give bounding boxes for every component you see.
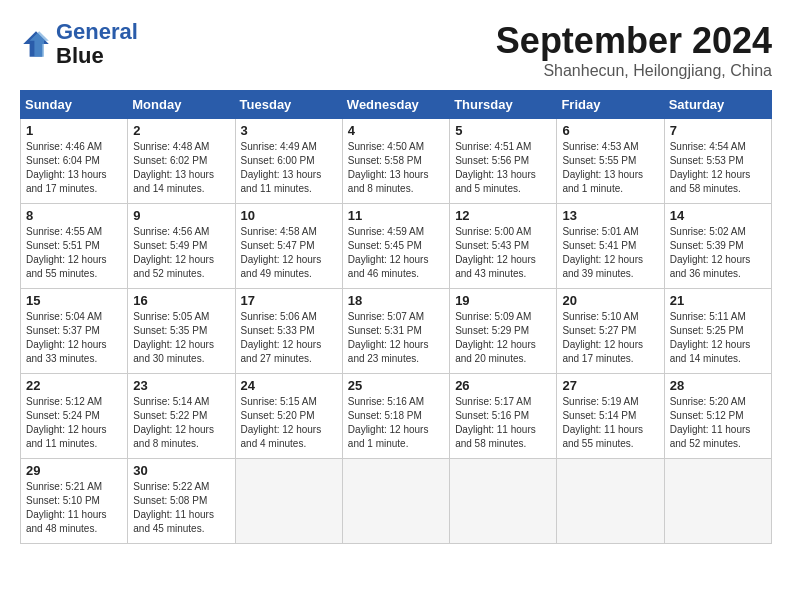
day-number: 25: [348, 378, 444, 393]
day-number: 26: [455, 378, 551, 393]
day-info: Sunrise: 5:16 AM Sunset: 5:18 PM Dayligh…: [348, 395, 444, 451]
day-info: Sunrise: 5:10 AM Sunset: 5:27 PM Dayligh…: [562, 310, 658, 366]
day-info: Sunrise: 5:01 AM Sunset: 5:41 PM Dayligh…: [562, 225, 658, 281]
day-number: 11: [348, 208, 444, 223]
day-number: 8: [26, 208, 122, 223]
day-info: Sunrise: 5:02 AM Sunset: 5:39 PM Dayligh…: [670, 225, 766, 281]
day-cell-2: 2 Sunrise: 4:48 AM Sunset: 6:02 PM Dayli…: [128, 119, 235, 204]
day-cell-9: 9 Sunrise: 4:56 AM Sunset: 5:49 PM Dayli…: [128, 204, 235, 289]
day-number: 23: [133, 378, 229, 393]
day-number: 7: [670, 123, 766, 138]
day-number: 1: [26, 123, 122, 138]
day-info: Sunrise: 4:54 AM Sunset: 5:53 PM Dayligh…: [670, 140, 766, 196]
day-cell-30: 30 Sunrise: 5:22 AM Sunset: 5:08 PM Dayl…: [128, 459, 235, 544]
calendar-table: Sunday Monday Tuesday Wednesday Thursday…: [20, 90, 772, 544]
header-thursday: Thursday: [450, 91, 557, 119]
day-cell-22: 22 Sunrise: 5:12 AM Sunset: 5:24 PM Dayl…: [21, 374, 128, 459]
day-cell-13: 13 Sunrise: 5:01 AM Sunset: 5:41 PM Dayl…: [557, 204, 664, 289]
week-row-3: 15 Sunrise: 5:04 AM Sunset: 5:37 PM Dayl…: [21, 289, 772, 374]
logo-icon: [20, 28, 52, 60]
day-info: Sunrise: 5:20 AM Sunset: 5:12 PM Dayligh…: [670, 395, 766, 451]
day-info: Sunrise: 4:56 AM Sunset: 5:49 PM Dayligh…: [133, 225, 229, 281]
day-info: Sunrise: 5:14 AM Sunset: 5:22 PM Dayligh…: [133, 395, 229, 451]
page-header: General Blue September 2024 Shanhecun, H…: [20, 20, 772, 80]
day-number: 21: [670, 293, 766, 308]
day-info: Sunrise: 4:58 AM Sunset: 5:47 PM Dayligh…: [241, 225, 337, 281]
empty-cell-4-3: [342, 459, 449, 544]
day-number: 18: [348, 293, 444, 308]
day-number: 19: [455, 293, 551, 308]
day-number: 28: [670, 378, 766, 393]
day-cell-1: 1 Sunrise: 4:46 AM Sunset: 6:04 PM Dayli…: [21, 119, 128, 204]
day-cell-19: 19 Sunrise: 5:09 AM Sunset: 5:29 PM Dayl…: [450, 289, 557, 374]
day-cell-12: 12 Sunrise: 5:00 AM Sunset: 5:43 PM Dayl…: [450, 204, 557, 289]
day-cell-3: 3 Sunrise: 4:49 AM Sunset: 6:00 PM Dayli…: [235, 119, 342, 204]
day-number: 29: [26, 463, 122, 478]
day-cell-5: 5 Sunrise: 4:51 AM Sunset: 5:56 PM Dayli…: [450, 119, 557, 204]
day-cell-8: 8 Sunrise: 4:55 AM Sunset: 5:51 PM Dayli…: [21, 204, 128, 289]
location: Shanhecun, Heilongjiang, China: [496, 62, 772, 80]
empty-cell-4-2: [235, 459, 342, 544]
week-row-1: 1 Sunrise: 4:46 AM Sunset: 6:04 PM Dayli…: [21, 119, 772, 204]
day-info: Sunrise: 4:55 AM Sunset: 5:51 PM Dayligh…: [26, 225, 122, 281]
day-cell-29: 29 Sunrise: 5:21 AM Sunset: 5:10 PM Dayl…: [21, 459, 128, 544]
day-number: 6: [562, 123, 658, 138]
day-cell-26: 26 Sunrise: 5:17 AM Sunset: 5:16 PM Dayl…: [450, 374, 557, 459]
weekday-header-row: Sunday Monday Tuesday Wednesday Thursday…: [21, 91, 772, 119]
day-number: 15: [26, 293, 122, 308]
day-number: 13: [562, 208, 658, 223]
day-number: 30: [133, 463, 229, 478]
week-row-5: 29 Sunrise: 5:21 AM Sunset: 5:10 PM Dayl…: [21, 459, 772, 544]
day-info: Sunrise: 5:12 AM Sunset: 5:24 PM Dayligh…: [26, 395, 122, 451]
day-number: 20: [562, 293, 658, 308]
day-cell-23: 23 Sunrise: 5:14 AM Sunset: 5:22 PM Dayl…: [128, 374, 235, 459]
logo-blue: Blue: [56, 43, 104, 68]
header-tuesday: Tuesday: [235, 91, 342, 119]
day-info: Sunrise: 5:17 AM Sunset: 5:16 PM Dayligh…: [455, 395, 551, 451]
day-cell-27: 27 Sunrise: 5:19 AM Sunset: 5:14 PM Dayl…: [557, 374, 664, 459]
header-wednesday: Wednesday: [342, 91, 449, 119]
day-info: Sunrise: 5:09 AM Sunset: 5:29 PM Dayligh…: [455, 310, 551, 366]
day-number: 27: [562, 378, 658, 393]
day-number: 5: [455, 123, 551, 138]
header-monday: Monday: [128, 91, 235, 119]
day-info: Sunrise: 5:07 AM Sunset: 5:31 PM Dayligh…: [348, 310, 444, 366]
day-cell-7: 7 Sunrise: 4:54 AM Sunset: 5:53 PM Dayli…: [664, 119, 771, 204]
day-info: Sunrise: 4:53 AM Sunset: 5:55 PM Dayligh…: [562, 140, 658, 196]
day-info: Sunrise: 5:19 AM Sunset: 5:14 PM Dayligh…: [562, 395, 658, 451]
header-saturday: Saturday: [664, 91, 771, 119]
day-info: Sunrise: 4:59 AM Sunset: 5:45 PM Dayligh…: [348, 225, 444, 281]
day-number: 12: [455, 208, 551, 223]
day-cell-4: 4 Sunrise: 4:50 AM Sunset: 5:58 PM Dayli…: [342, 119, 449, 204]
header-friday: Friday: [557, 91, 664, 119]
day-cell-6: 6 Sunrise: 4:53 AM Sunset: 5:55 PM Dayli…: [557, 119, 664, 204]
week-row-2: 8 Sunrise: 4:55 AM Sunset: 5:51 PM Dayli…: [21, 204, 772, 289]
title-block: September 2024 Shanhecun, Heilongjiang, …: [496, 20, 772, 80]
day-cell-15: 15 Sunrise: 5:04 AM Sunset: 5:37 PM Dayl…: [21, 289, 128, 374]
day-info: Sunrise: 5:05 AM Sunset: 5:35 PM Dayligh…: [133, 310, 229, 366]
day-number: 10: [241, 208, 337, 223]
day-number: 4: [348, 123, 444, 138]
empty-cell-4-5: [557, 459, 664, 544]
day-number: 17: [241, 293, 337, 308]
empty-cell-4-4: [450, 459, 557, 544]
day-number: 22: [26, 378, 122, 393]
day-cell-21: 21 Sunrise: 5:11 AM Sunset: 5:25 PM Dayl…: [664, 289, 771, 374]
day-info: Sunrise: 4:48 AM Sunset: 6:02 PM Dayligh…: [133, 140, 229, 196]
month-title: September 2024: [496, 20, 772, 62]
day-cell-20: 20 Sunrise: 5:10 AM Sunset: 5:27 PM Dayl…: [557, 289, 664, 374]
day-info: Sunrise: 5:11 AM Sunset: 5:25 PM Dayligh…: [670, 310, 766, 366]
day-info: Sunrise: 5:00 AM Sunset: 5:43 PM Dayligh…: [455, 225, 551, 281]
day-number: 9: [133, 208, 229, 223]
day-info: Sunrise: 5:04 AM Sunset: 5:37 PM Dayligh…: [26, 310, 122, 366]
day-cell-16: 16 Sunrise: 5:05 AM Sunset: 5:35 PM Dayl…: [128, 289, 235, 374]
day-number: 24: [241, 378, 337, 393]
day-info: Sunrise: 4:51 AM Sunset: 5:56 PM Dayligh…: [455, 140, 551, 196]
day-number: 2: [133, 123, 229, 138]
day-info: Sunrise: 4:46 AM Sunset: 6:04 PM Dayligh…: [26, 140, 122, 196]
day-cell-25: 25 Sunrise: 5:16 AM Sunset: 5:18 PM Dayl…: [342, 374, 449, 459]
day-cell-11: 11 Sunrise: 4:59 AM Sunset: 5:45 PM Dayl…: [342, 204, 449, 289]
day-info: Sunrise: 5:21 AM Sunset: 5:10 PM Dayligh…: [26, 480, 122, 536]
day-cell-18: 18 Sunrise: 5:07 AM Sunset: 5:31 PM Dayl…: [342, 289, 449, 374]
header-sunday: Sunday: [21, 91, 128, 119]
